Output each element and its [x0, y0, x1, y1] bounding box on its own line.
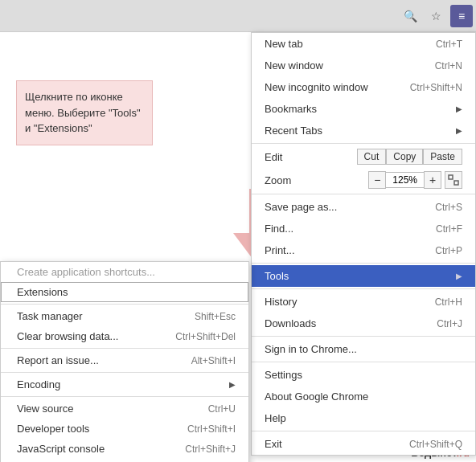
menu-item-downloads[interactable]: Downloads Ctrl+J: [252, 313, 475, 334]
menu-item-history[interactable]: History Ctrl+H: [252, 291, 475, 313]
menu-item-task-manager-label: Task manager: [17, 310, 83, 322]
menu-item-bookmarks-label: Bookmarks: [265, 103, 317, 115]
menu-item-create-shortcuts[interactable]: Create application shortcuts...: [1, 262, 248, 282]
search-icon: 🔍: [404, 10, 417, 22]
zoom-in-button[interactable]: +: [424, 171, 441, 189]
menu-item-find-label: Find...: [265, 223, 293, 235]
menu-item-save-label: Save page as...: [265, 201, 337, 213]
separator-7: [252, 431, 475, 431]
menu-item-find[interactable]: Find... Ctrl+F: [252, 218, 475, 239]
menu-item-incognito-label: New incognito window: [265, 81, 368, 93]
edit-label: Edit: [265, 151, 282, 163]
instruction-box: Щелкните по иконке меню. Выберите "Tools…: [16, 80, 153, 145]
menu-item-dev-tools[interactable]: Developer tools Ctrl+Shift+I: [1, 419, 248, 439]
menu-item-downloads-shortcut: Ctrl+J: [437, 318, 462, 329]
menu-item-js-console[interactable]: JavaScript console Ctrl+Shift+J: [1, 439, 248, 459]
menu-item-dev-tools-shortcut: Ctrl+Shift+I: [187, 423, 236, 435]
left-separator-1: [1, 304, 248, 305]
menu-item-signin-label: Sign in to Chrome...: [265, 343, 357, 355]
separator-3: [252, 263, 475, 264]
copy-button[interactable]: Copy: [386, 149, 423, 165]
menu-item-js-console-shortcut: Ctrl+Shift+J: [185, 444, 236, 455]
instruction-text: Щелкните по иконке меню. Выберите "Tools…: [25, 91, 141, 134]
menu-item-settings[interactable]: Settings: [252, 364, 475, 386]
menu-item-report-shortcut: Alt+Shift+I: [191, 355, 236, 366]
bookmark-icon-btn[interactable]: ☆: [425, 5, 447, 27]
menu-item-find-shortcut: Ctrl+F: [436, 223, 462, 235]
fullscreen-button[interactable]: [445, 171, 462, 189]
browser-chrome: 🔍 ☆ ≡: [0, 0, 476, 32]
menu-item-view-source[interactable]: View source Ctrl+U: [1, 399, 248, 419]
left-separator-3: [1, 372, 248, 373]
menu-item-extensions-label: Extensions: [17, 286, 68, 298]
menu-item-print[interactable]: Print... Ctrl+P: [252, 239, 475, 261]
menu-item-encoding[interactable]: Encoding ▶: [1, 374, 248, 395]
menu-item-about[interactable]: About Google Chrome: [252, 386, 475, 407]
separator-4: [252, 288, 475, 289]
zoom-value: 125%: [386, 172, 424, 188]
menu-item-tools-label: Tools: [265, 270, 289, 282]
menu-item-help[interactable]: Help: [252, 407, 475, 429]
separator-5: [252, 336, 475, 337]
menu-item-print-label: Print...: [265, 244, 295, 256]
menu-item-inspect-devices[interactable]: Inspect devices: [1, 459, 248, 462]
recent-tabs-arrow-icon: ▶: [456, 126, 462, 135]
menu-item-encoding-label: Encoding: [17, 378, 60, 390]
menu-item-clear-browsing-label: Clear browsing data...: [17, 330, 118, 342]
menu-item-exit[interactable]: Exit Ctrl+Shift+Q: [252, 433, 475, 455]
menu-item-history-label: History: [265, 296, 297, 308]
main-content: Щелкните по иконке меню. Выберите "Tools…: [0, 32, 476, 462]
svg-rect-0: [449, 175, 453, 179]
menu-item-incognito-shortcut: Ctrl+Shift+N: [410, 82, 462, 93]
bookmarks-arrow-icon: ▶: [456, 104, 462, 113]
menu-icon-btn[interactable]: ≡: [450, 5, 473, 27]
menu-item-report-label: Report an issue...: [17, 354, 99, 366]
menu-item-new-window-label: New window: [265, 59, 323, 72]
menu-item-recent-tabs-label: Recent Tabs: [265, 125, 322, 137]
menu-item-print-shortcut: Ctrl+P: [435, 245, 462, 256]
menu-item-signin[interactable]: Sign in to Chrome...: [252, 338, 475, 360]
right-menu: New tab Ctrl+T New window Ctrl+N New inc…: [251, 32, 476, 456]
cut-button[interactable]: Cut: [357, 149, 387, 165]
menu-item-exit-label: Exit: [265, 438, 282, 450]
menu-item-bookmarks[interactable]: Bookmarks ▶: [252, 98, 475, 120]
menu-item-extensions[interactable]: Extensions: [1, 282, 248, 302]
left-separator-4: [1, 396, 248, 397]
menu-item-dev-tools-label: Developer tools: [17, 423, 89, 435]
menu-item-tools[interactable]: Tools ▶: [252, 265, 475, 287]
edit-buttons: Cut Copy Paste: [357, 149, 462, 165]
menu-item-recent-tabs[interactable]: Recent Tabs ▶: [252, 120, 475, 141]
menu-item-downloads-label: Downloads: [265, 317, 316, 329]
menu-item-new-tab[interactable]: New tab Ctrl+T: [252, 33, 475, 55]
star-icon: ☆: [431, 10, 441, 22]
menu-item-new-tab-shortcut: Ctrl+T: [436, 39, 462, 50]
menu-item-new-window-shortcut: Ctrl+N: [435, 60, 462, 72]
menu-item-view-source-label: View source: [17, 403, 74, 415]
encoding-arrow-icon: ▶: [229, 380, 236, 389]
menu-item-clear-browsing-shortcut: Ctrl+Shift+Del: [175, 331, 236, 342]
svg-rect-1: [454, 181, 458, 185]
zoom-out-button[interactable]: −: [368, 171, 386, 189]
search-icon-btn[interactable]: 🔍: [399, 5, 421, 27]
browser-toolbar-icons: 🔍 ☆ ≡: [399, 5, 473, 27]
zoom-row: Zoom − 125% +: [252, 168, 475, 192]
menu-item-exit-shortcut: Ctrl+Shift+Q: [409, 439, 462, 450]
separator-1: [252, 143, 475, 144]
menu-item-save[interactable]: Save page as... Ctrl+S: [252, 196, 475, 218]
menu-item-history-shortcut: Ctrl+H: [435, 296, 462, 308]
menu-item-js-console-label: JavaScript console: [17, 443, 105, 455]
left-separator-2: [1, 348, 248, 349]
menu-item-task-manager[interactable]: Task manager Shift+Esc: [1, 306, 248, 326]
menu-item-report[interactable]: Report an issue... Alt+Shift+I: [1, 350, 248, 370]
menu-item-create-shortcuts-label: Create application shortcuts...: [17, 266, 155, 278]
menu-item-task-manager-shortcut: Shift+Esc: [195, 311, 236, 322]
paste-button[interactable]: Paste: [423, 149, 462, 165]
tools-arrow-icon: ▶: [456, 272, 462, 280]
menu-item-new-window[interactable]: New window Ctrl+N: [252, 55, 475, 76]
menu-item-incognito[interactable]: New incognito window Ctrl+Shift+N: [252, 76, 475, 98]
menu-item-clear-browsing[interactable]: Clear browsing data... Ctrl+Shift+Del: [1, 326, 248, 346]
separator-6: [252, 362, 475, 362]
left-submenu: Create application shortcuts... Extensio…: [0, 261, 249, 462]
zoom-label: Zoom: [265, 174, 291, 186]
menu-item-view-source-shortcut: Ctrl+U: [208, 403, 236, 415]
